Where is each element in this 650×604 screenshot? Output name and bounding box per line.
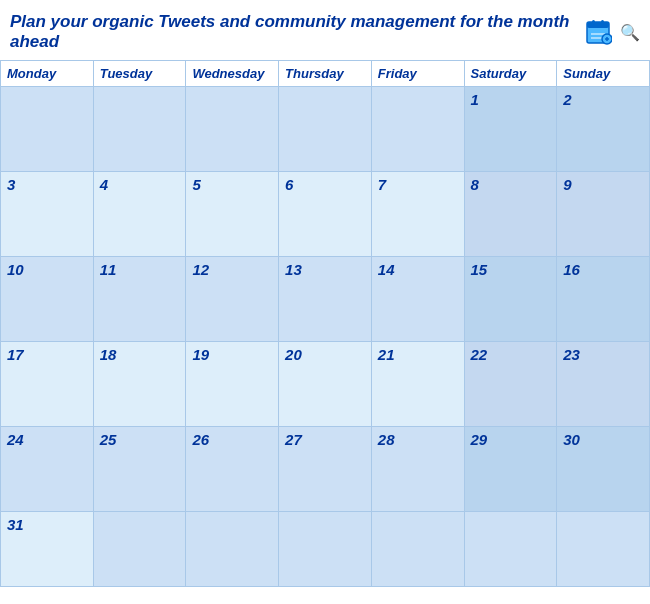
calendar-week-5: 24252627282930	[1, 427, 650, 512]
calendar-cell[interactable]: 2	[557, 87, 650, 172]
calendar-cell[interactable]: 12	[186, 257, 279, 342]
calendar-cell[interactable]: 19	[186, 342, 279, 427]
calendar-cell[interactable]	[279, 87, 372, 172]
day-number: 31	[7, 516, 24, 533]
calendar-cell[interactable]: 18	[93, 342, 186, 427]
day-number: 30	[563, 431, 580, 448]
calendar-cell[interactable]	[93, 512, 186, 587]
calendar-cell[interactable]: 26	[186, 427, 279, 512]
calendar-cell[interactable]: 5	[186, 172, 279, 257]
calendar-cell[interactable]: 25	[93, 427, 186, 512]
page-container: Plan your organic Tweets and community m…	[0, 0, 650, 587]
calendar-cell[interactable]	[186, 87, 279, 172]
day-number: 21	[378, 346, 395, 363]
day-number: 11	[100, 261, 117, 278]
day-number: 7	[378, 176, 386, 193]
calendar-table: Monday Tuesday Wednesday Thursday Friday…	[0, 60, 650, 587]
calendar-cell[interactable]: 4	[93, 172, 186, 257]
day-number: 23	[563, 346, 580, 363]
calendar-cell[interactable]: 31	[1, 512, 94, 587]
col-monday: Monday	[1, 61, 94, 87]
calendar-cell[interactable]: 27	[279, 427, 372, 512]
calendar-cell[interactable]: 30	[557, 427, 650, 512]
calendar-cell[interactable]	[464, 512, 557, 587]
col-tuesday: Tuesday	[93, 61, 186, 87]
day-number: 20	[285, 346, 302, 363]
calendar-week-4: 17181920212223	[1, 342, 650, 427]
col-thursday: Thursday	[279, 61, 372, 87]
calendar-header-row: Monday Tuesday Wednesday Thursday Friday…	[1, 61, 650, 87]
day-number: 26	[192, 431, 209, 448]
calendar-cell[interactable]: 29	[464, 427, 557, 512]
calendar-icon	[586, 19, 612, 45]
day-number: 3	[7, 176, 15, 193]
calendar-cell[interactable]: 28	[371, 427, 464, 512]
magnify-icon: 🔍	[620, 23, 640, 42]
calendar-cell[interactable]	[371, 512, 464, 587]
day-number: 9	[563, 176, 571, 193]
day-number: 15	[471, 261, 488, 278]
calendar-cell[interactable]	[557, 512, 650, 587]
day-number: 18	[100, 346, 117, 363]
day-number: 6	[285, 176, 293, 193]
calendar-cell[interactable]: 23	[557, 342, 650, 427]
calendar-cell[interactable]: 10	[1, 257, 94, 342]
calendar-cell[interactable]	[1, 87, 94, 172]
day-number: 19	[192, 346, 209, 363]
calendar-cell[interactable]: 15	[464, 257, 557, 342]
calendar-cell[interactable]: 8	[464, 172, 557, 257]
calendar-cell[interactable]	[93, 87, 186, 172]
day-number: 13	[285, 261, 302, 278]
header: Plan your organic Tweets and community m…	[0, 0, 650, 60]
calendar-cell[interactable]: 21	[371, 342, 464, 427]
header-title: Plan your organic Tweets and community m…	[10, 12, 578, 52]
calendar-cell[interactable]: 24	[1, 427, 94, 512]
day-number: 14	[378, 261, 395, 278]
day-number: 2	[563, 91, 571, 108]
calendar-cell[interactable]	[371, 87, 464, 172]
calendar-week-1: 12	[1, 87, 650, 172]
calendar-cell[interactable]: 16	[557, 257, 650, 342]
day-number: 17	[7, 346, 24, 363]
day-number: 29	[471, 431, 488, 448]
calendar-cell[interactable]: 9	[557, 172, 650, 257]
day-number: 10	[7, 261, 24, 278]
calendar-week-3: 10111213141516	[1, 257, 650, 342]
calendar-cell[interactable]: 17	[1, 342, 94, 427]
svg-rect-1	[587, 22, 609, 28]
day-number: 8	[471, 176, 479, 193]
calendar-cell[interactable]: 22	[464, 342, 557, 427]
day-number: 25	[100, 431, 117, 448]
svg-rect-3	[601, 20, 604, 25]
day-number: 28	[378, 431, 395, 448]
calendar-cell[interactable]: 3	[1, 172, 94, 257]
calendar-cell[interactable]: 6	[279, 172, 372, 257]
calendar-cell[interactable]	[186, 512, 279, 587]
day-number: 4	[100, 176, 108, 193]
calendar-cell[interactable]: 20	[279, 342, 372, 427]
col-sunday: Sunday	[557, 61, 650, 87]
day-number: 12	[192, 261, 209, 278]
day-number: 16	[563, 261, 580, 278]
calendar-cell[interactable]: 7	[371, 172, 464, 257]
calendar-week-6: 31	[1, 512, 650, 587]
svg-rect-2	[592, 20, 595, 25]
day-number: 5	[192, 176, 200, 193]
day-number: 24	[7, 431, 24, 448]
col-saturday: Saturday	[464, 61, 557, 87]
calendar-cell[interactable]: 11	[93, 257, 186, 342]
day-number: 1	[471, 91, 479, 108]
col-wednesday: Wednesday	[186, 61, 279, 87]
calendar-cell[interactable]: 14	[371, 257, 464, 342]
col-friday: Friday	[371, 61, 464, 87]
day-number: 22	[471, 346, 488, 363]
calendar-cell[interactable]: 13	[279, 257, 372, 342]
day-number: 27	[285, 431, 302, 448]
calendar-week-2: 3456789	[1, 172, 650, 257]
calendar-cell[interactable]	[279, 512, 372, 587]
calendar-cell[interactable]: 1	[464, 87, 557, 172]
